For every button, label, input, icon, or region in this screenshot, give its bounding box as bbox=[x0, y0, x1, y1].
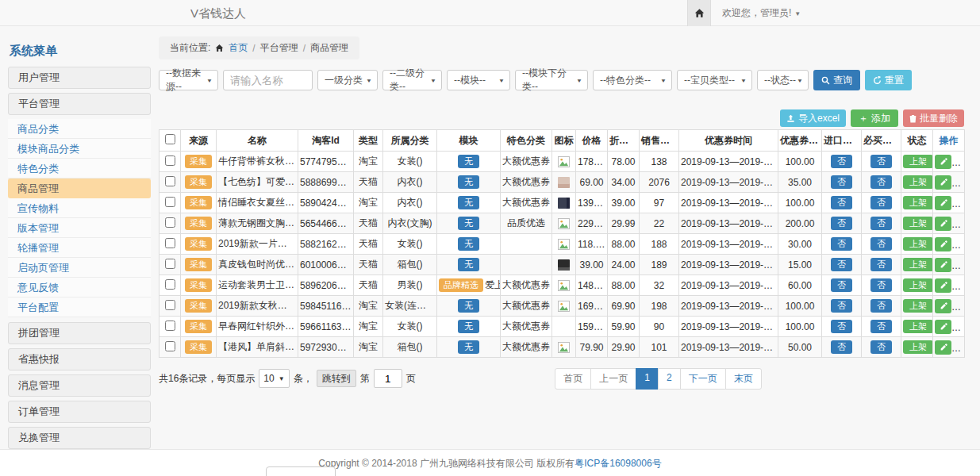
import-select-toggle[interactable]: 否 bbox=[831, 340, 852, 354]
batch-delete-button[interactable]: 批量删除 bbox=[903, 109, 964, 127]
import-select-toggle[interactable]: 否 bbox=[831, 299, 852, 313]
sidebar-item-模块商品分类[interactable]: 模块商品分类 bbox=[8, 139, 151, 159]
pager-button-首页[interactable]: 首页 bbox=[555, 368, 591, 390]
import-select-toggle[interactable]: 否 bbox=[831, 217, 852, 230]
edit-button[interactable] bbox=[935, 196, 951, 210]
row-checkbox[interactable] bbox=[165, 259, 175, 269]
sidebar-item-商品分类[interactable]: 商品分类 bbox=[8, 119, 151, 139]
must-buy-toggle[interactable]: 否 bbox=[870, 155, 892, 168]
search-button[interactable]: 查询 bbox=[813, 70, 860, 90]
page-number-input[interactable] bbox=[374, 369, 402, 388]
import-select-toggle[interactable]: 否 bbox=[831, 258, 852, 271]
import-select-toggle[interactable]: 否 bbox=[831, 320, 852, 333]
module-cell: 无 bbox=[437, 337, 501, 358]
status-toggle[interactable]: 上架 bbox=[903, 299, 933, 313]
must-buy-toggle[interactable]: 否 bbox=[870, 258, 892, 271]
import-select-toggle[interactable]: 否 bbox=[831, 155, 852, 168]
row-checkbox[interactable] bbox=[165, 341, 175, 351]
home-button[interactable] bbox=[687, 0, 711, 26]
row-checkbox[interactable] bbox=[165, 238, 175, 248]
status-toggle[interactable]: 上架 bbox=[903, 237, 933, 251]
edit-button[interactable] bbox=[935, 175, 951, 190]
pager-button-1[interactable]: 1 bbox=[636, 368, 659, 390]
edit-button[interactable] bbox=[935, 155, 951, 169]
status-toggle[interactable]: 上架 bbox=[903, 196, 933, 209]
sidebar-group-用户管理[interactable]: 用户管理 bbox=[8, 67, 151, 89]
filter-select-data-source[interactable]: --数据来源--▼ bbox=[159, 70, 218, 90]
must-buy-toggle[interactable]: 否 bbox=[870, 237, 892, 251]
sidebar-item-意见反馈[interactable]: 意见反馈 bbox=[8, 278, 151, 298]
must-buy-toggle[interactable]: 否 bbox=[870, 299, 892, 313]
breadcrumb-home-link[interactable]: 首页 bbox=[229, 41, 248, 55]
actions-cell bbox=[933, 296, 965, 317]
status-toggle[interactable]: 上架 bbox=[903, 278, 933, 292]
pager-button-上一页[interactable]: 上一页 bbox=[590, 368, 636, 390]
import-select-toggle[interactable]: 否 bbox=[831, 175, 852, 189]
sidebar-group-省惠快报[interactable]: 省惠快报 bbox=[8, 348, 151, 370]
sidebar-item-版本管理[interactable]: 版本管理 bbox=[8, 218, 151, 238]
filter-select-feature-category[interactable]: --特色分类--▼ bbox=[593, 70, 672, 90]
icp-link[interactable]: 粤ICP备16098006号 bbox=[575, 458, 661, 469]
filter-select-module[interactable]: --模块--▼ bbox=[447, 70, 510, 90]
user-menu[interactable]: 欢迎您，管理员!▼ bbox=[722, 6, 801, 20]
jump-button[interactable]: 跳转到 bbox=[317, 370, 356, 387]
must-buy-toggle[interactable]: 否 bbox=[870, 320, 892, 333]
import-select-toggle[interactable]: 否 bbox=[831, 196, 852, 209]
sidebar-item-宣传物料[interactable]: 宣传物料 bbox=[8, 198, 151, 218]
name-search-input[interactable] bbox=[223, 70, 313, 90]
row-checkbox[interactable] bbox=[165, 217, 175, 228]
row-checkbox[interactable] bbox=[165, 279, 175, 290]
import-excel-button[interactable]: 导入excel bbox=[780, 109, 846, 127]
import-select-toggle[interactable]: 否 bbox=[831, 278, 852, 292]
filter-select-module-sub-category[interactable]: --模块下分类--▼ bbox=[515, 70, 588, 90]
must-buy-toggle[interactable]: 否 bbox=[870, 340, 892, 354]
source-badge: 采集 bbox=[185, 340, 212, 354]
row-checkbox[interactable] bbox=[165, 321, 175, 331]
sidebar-item-平台配置[interactable]: 平台配置 bbox=[8, 298, 151, 317]
row-checkbox[interactable] bbox=[165, 197, 175, 207]
sidebar-group-消息管理[interactable]: 消息管理 bbox=[8, 374, 151, 397]
filter-select-level2-category[interactable]: --二级分类--▼ bbox=[382, 70, 442, 90]
sidebar-item-启动页管理[interactable]: 启动页管理 bbox=[8, 258, 151, 278]
must-buy-toggle[interactable]: 否 bbox=[870, 196, 892, 209]
row-checkbox[interactable] bbox=[165, 300, 175, 310]
reset-button[interactable]: 重置 bbox=[865, 70, 912, 90]
sidebar-item-商品管理[interactable]: 商品管理 bbox=[8, 178, 151, 198]
filter-select-level1-category[interactable]: 一级分类▼ bbox=[317, 70, 378, 90]
status-toggle[interactable]: 上架 bbox=[903, 175, 933, 189]
filter-select-item-type[interactable]: --宝贝类型--▼ bbox=[677, 70, 752, 90]
filter-select-status[interactable]: --状态--▼ bbox=[757, 70, 809, 90]
sidebar-group-兑换管理[interactable]: 兑换管理 bbox=[8, 427, 151, 449]
sidebar-group-订单管理[interactable]: 订单管理 bbox=[8, 401, 151, 423]
status-toggle[interactable]: 上架 bbox=[903, 155, 933, 168]
edit-button[interactable] bbox=[935, 258, 951, 272]
row-checkbox[interactable] bbox=[165, 155, 175, 166]
edit-button[interactable] bbox=[935, 320, 951, 334]
sidebar-group-拼团管理[interactable]: 拼团管理 bbox=[8, 322, 151, 344]
import-select-toggle[interactable]: 否 bbox=[831, 237, 852, 251]
type-cell: 天猫 bbox=[354, 255, 383, 275]
add-button[interactable]: ＋ 添加 bbox=[851, 109, 898, 127]
edit-button[interactable] bbox=[935, 278, 951, 293]
select-all-checkbox[interactable] bbox=[165, 134, 175, 144]
must-buy-toggle[interactable]: 否 bbox=[870, 175, 892, 189]
row-checkbox[interactable] bbox=[165, 176, 175, 186]
caret-down-icon: ▼ bbox=[797, 77, 803, 83]
edit-button[interactable] bbox=[935, 237, 951, 251]
sidebar-item-轮播管理[interactable]: 轮播管理 bbox=[8, 238, 151, 258]
per-page-select[interactable]: 10 ▼ bbox=[259, 369, 289, 388]
status-toggle[interactable]: 上架 bbox=[903, 320, 933, 333]
sidebar-item-特色分类[interactable]: 特色分类 bbox=[8, 159, 151, 178]
must-buy-toggle[interactable]: 否 bbox=[870, 278, 892, 292]
edit-button[interactable] bbox=[935, 340, 951, 355]
pager-button-2[interactable]: 2 bbox=[658, 368, 681, 390]
edit-button[interactable] bbox=[935, 299, 951, 313]
status-toggle[interactable]: 上架 bbox=[903, 258, 933, 271]
edit-button[interactable] bbox=[935, 217, 951, 231]
pager-button-末页[interactable]: 末页 bbox=[725, 368, 762, 390]
must-buy-toggle[interactable]: 否 bbox=[870, 217, 892, 230]
status-toggle[interactable]: 上架 bbox=[903, 217, 933, 230]
sidebar-group-平台管理[interactable]: 平台管理 bbox=[8, 93, 151, 115]
status-toggle[interactable]: 上架 bbox=[903, 340, 933, 354]
pager-button-下一页[interactable]: 下一页 bbox=[680, 368, 726, 390]
